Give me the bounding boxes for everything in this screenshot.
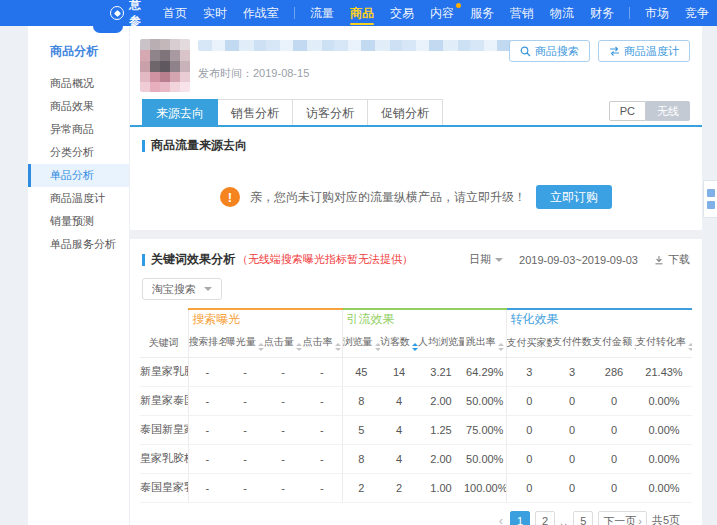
- chevron-down-icon: [204, 287, 212, 291]
- toggle-pc[interactable]: PC: [609, 101, 646, 121]
- cell: 5: [342, 415, 380, 444]
- col-visitors[interactable]: 访客数: [380, 329, 418, 357]
- chevron-down-icon: [495, 258, 503, 262]
- app-brand[interactable]: 生意参谋: [110, 0, 141, 47]
- nav-service[interactable]: 服务: [462, 0, 502, 26]
- keyword-effect-table: 搜索曝光 引流效果 转化效果 关键词 搜索排名 曝光量 点击量 点击率 浏览量 …: [140, 308, 692, 503]
- tab-sales-analysis[interactable]: 销售分析: [217, 99, 293, 125]
- order-now-button[interactable]: 立即订购: [536, 185, 612, 209]
- nav-home[interactable]: 首页: [155, 0, 195, 26]
- nav-warroom[interactable]: 作战室: [235, 0, 287, 26]
- nav-content[interactable]: 内容: [422, 0, 462, 26]
- nav-marketing[interactable]: 营销: [502, 0, 542, 26]
- sidebar-item-single-item-analysis[interactable]: 单品分析: [28, 164, 129, 187]
- prev-page-chevron-icon[interactable]: ‹: [497, 513, 505, 525]
- search-source-value: 淘宝搜索: [152, 282, 196, 297]
- nav-realtime[interactable]: 实时: [195, 0, 235, 26]
- sidebar-item-goods-thermometer[interactable]: 商品温度计: [28, 187, 129, 210]
- cell: 1.25: [418, 415, 464, 444]
- nav-finance[interactable]: 财务: [582, 0, 622, 26]
- sort-icon: [498, 343, 504, 351]
- date-label: 日期: [469, 252, 491, 267]
- product-image-censored: [140, 39, 190, 92]
- col-conversion-rate[interactable]: 支付转化率: [636, 329, 692, 357]
- col-paying-buyers: 支付买家数: [506, 329, 552, 357]
- cell: -: [226, 415, 264, 444]
- col-exposure[interactable]: 曝光量: [226, 329, 264, 357]
- sidebar-item-goods-effect[interactable]: 商品效果: [28, 95, 129, 118]
- sidebar-item-abnormal-goods[interactable]: 异常商品: [28, 118, 129, 141]
- cell: 0: [506, 444, 552, 473]
- cell: -: [264, 473, 302, 502]
- col-pageviews[interactable]: 浏览量: [342, 329, 380, 357]
- pagination-page-2[interactable]: 2: [535, 511, 555, 525]
- keyword-link[interactable]: 新皇家乳胶枕: [140, 357, 188, 386]
- col-paid-amount[interactable]: 支付金额: [592, 329, 636, 357]
- compare-arrows-icon: [609, 46, 620, 56]
- col-avg-pageviews[interactable]: 人均浏览量: [418, 329, 464, 357]
- cell: 0: [552, 386, 592, 415]
- cell: 21.43%: [636, 357, 692, 386]
- col-search-rank[interactable]: 搜索排名: [188, 329, 226, 357]
- keyword-link[interactable]: 新皇家泰国乳: [140, 386, 188, 415]
- tab-source-destination[interactable]: 来源去向: [142, 99, 218, 125]
- table-row: 新皇家泰国乳 - - - - 8 4 2.00 50.00% 0 0 0 0.0…: [140, 386, 692, 415]
- cell: 2.00: [418, 444, 464, 473]
- pagination-page-5[interactable]: 5: [573, 511, 593, 525]
- cell: -: [188, 473, 226, 502]
- cell: -: [264, 386, 302, 415]
- search-source-select[interactable]: 淘宝搜索: [142, 278, 222, 300]
- product-header: 发布时间：2019-08-15 商品搜索 商品温度计: [130, 26, 702, 99]
- cell: 100.00%: [464, 473, 506, 502]
- tab-visitor-analysis[interactable]: 访客分析: [292, 99, 368, 125]
- nav-market[interactable]: 市场: [637, 0, 677, 26]
- sort-icon: [296, 343, 302, 351]
- cell: 0: [552, 444, 592, 473]
- keyword-section-note: （无线端搜索曝光指标暂无法提供）: [237, 252, 413, 267]
- cell: -: [188, 444, 226, 473]
- nav-competition[interactable]: 竞争: [677, 0, 717, 26]
- table-row: 泰国新皇家乳 - - - - 5 4 1.25 75.00% 0 0 0 0.0…: [140, 415, 692, 444]
- sidebar-item-goods-overview[interactable]: 商品概况: [28, 72, 129, 95]
- cell: -: [188, 386, 226, 415]
- pagination-next-button[interactable]: 下一页›: [598, 511, 647, 525]
- publish-time: 发布时间：2019-08-15: [198, 66, 309, 81]
- col-keyword: 关键词: [140, 329, 188, 357]
- nav-logistics[interactable]: 物流: [542, 0, 582, 26]
- left-gutter: [0, 26, 28, 525]
- nav-traffic[interactable]: 流量: [302, 0, 342, 26]
- feedback-widget[interactable]: [703, 180, 717, 218]
- search-icon: [520, 46, 531, 57]
- nav-divider: [629, 7, 630, 19]
- tab-promotion-analysis[interactable]: 促销分析: [367, 99, 443, 125]
- cell: 64.29%: [464, 357, 506, 386]
- keyword-link[interactable]: 皇家乳胶枕: [140, 444, 188, 473]
- toggle-wireless[interactable]: 无线: [646, 101, 690, 121]
- cell: -: [302, 473, 342, 502]
- cell: -: [264, 444, 302, 473]
- nav-trade[interactable]: 交易: [382, 0, 422, 26]
- cell: -: [302, 357, 342, 386]
- new-badge-dot: [456, 3, 461, 8]
- date-dropdown[interactable]: 日期: [469, 252, 503, 267]
- sidebar-item-single-item-service[interactable]: 单品服务分析: [28, 233, 129, 256]
- top-nav: 生意参谋 首页 实时 作战室 流量 商品 交易 内容 服务 营销 物流 财务 市…: [0, 0, 717, 26]
- col-paid-items[interactable]: 支付件数: [552, 329, 592, 357]
- pagination: ‹ 1 2 .. 5 下一页› 共5页: [130, 511, 680, 525]
- product-search-button[interactable]: 商品搜索: [509, 40, 590, 62]
- pagination-page-1[interactable]: 1: [510, 511, 530, 525]
- keyword-link[interactable]: 泰国皇家乳胶: [140, 473, 188, 502]
- nav-goods[interactable]: 商品: [342, 0, 382, 26]
- col-clicks[interactable]: 点击量: [264, 329, 302, 357]
- col-bounce-rate[interactable]: 跳出率: [464, 329, 506, 357]
- pagination-total: 共5页: [652, 513, 680, 525]
- product-thermometer-button[interactable]: 商品温度计: [598, 40, 690, 62]
- table-row: 新皇家乳胶枕 - - - - 45 14 3.21 64.29% 3 3 286…: [140, 357, 692, 386]
- cell: -: [264, 415, 302, 444]
- download-button[interactable]: 下载: [654, 252, 690, 267]
- sidebar-item-category-analysis[interactable]: 分类分析: [28, 141, 129, 164]
- sidebar-item-sales-forecast[interactable]: 销量预测: [28, 210, 129, 233]
- keyword-link[interactable]: 泰国新皇家乳: [140, 415, 188, 444]
- col-ctr[interactable]: 点击率: [302, 329, 342, 357]
- cell: -: [226, 444, 264, 473]
